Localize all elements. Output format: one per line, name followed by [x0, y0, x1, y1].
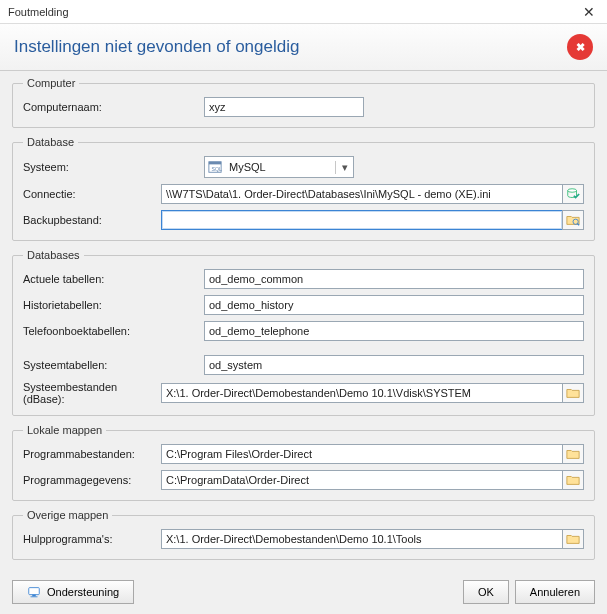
test-connection-button[interactable] [562, 184, 584, 204]
browse-hulp-button[interactable] [562, 529, 584, 549]
label-actuele: Actuele tabellen: [23, 273, 198, 285]
browse-sysbest-button[interactable] [562, 383, 584, 403]
folder-search-icon [566, 213, 580, 227]
group-database: Database Systeem: SQL MySQL ▾ Connectie: [12, 136, 595, 241]
window-close-button[interactable]: ✕ [579, 4, 599, 20]
label-computernaam: Computernaam: [23, 101, 198, 113]
group-databases: Databases Actuele tabellen: Historietabe… [12, 249, 595, 416]
select-systeem[interactable]: SQL MySQL ▾ [204, 156, 354, 178]
label-connectie: Connectie: [23, 188, 155, 200]
label-systeemtab: Systeemtabellen: [23, 359, 198, 371]
label-historie: Historietabellen: [23, 299, 198, 311]
legend-database: Database [23, 136, 78, 148]
group-computer: Computer Computernaam: [12, 77, 595, 128]
legend-lokale: Lokale mappen [23, 424, 106, 436]
titlebar: Foutmelding ✕ [0, 0, 607, 24]
label-systeem: Systeem: [23, 161, 198, 173]
folder-icon [566, 473, 580, 487]
ok-label: OK [478, 586, 494, 598]
input-backup[interactable] [161, 210, 562, 230]
ok-button[interactable]: OK [463, 580, 509, 604]
header-close-button[interactable]: ✖ [567, 34, 593, 60]
select-systeem-value: MySQL [225, 161, 335, 173]
browse-progdata-button[interactable] [562, 470, 584, 490]
support-label: Ondersteuning [47, 586, 119, 598]
label-programma: Programmabestanden: [23, 448, 155, 460]
cancel-button[interactable]: Annuleren [515, 580, 595, 604]
input-telefoon[interactable] [204, 321, 584, 341]
support-icon [27, 585, 41, 599]
svg-point-3 [568, 189, 577, 193]
input-systeemtab[interactable] [204, 355, 584, 375]
folder-icon [566, 447, 580, 461]
error-header: Instellingen niet gevonden of ongeldig ✖ [0, 24, 607, 71]
group-lokale: Lokale mappen Programmabestanden: Progra… [12, 424, 595, 501]
label-sysbest: Systeembestanden (dBase): [23, 381, 155, 405]
input-programma[interactable] [161, 444, 562, 464]
svg-rect-6 [29, 588, 40, 595]
legend-computer: Computer [23, 77, 79, 89]
content: Computer Computernaam: Database Systeem:… [0, 71, 607, 560]
legend-overige: Overige mappen [23, 509, 112, 521]
footer: Ondersteuning OK Annuleren [0, 574, 607, 614]
folder-icon [566, 532, 580, 546]
input-actuele[interactable] [204, 269, 584, 289]
label-hulp: Hulpprogramma's: [23, 533, 155, 545]
folder-icon [566, 386, 580, 400]
label-telefoon: Telefoonboektabellen: [23, 325, 198, 337]
support-button[interactable]: Ondersteuning [12, 580, 134, 604]
header-heading: Instellingen niet gevonden of ongeldig [14, 37, 299, 57]
database-check-icon [566, 187, 580, 201]
chevron-down-icon: ▾ [335, 161, 353, 174]
input-hulp[interactable] [161, 529, 562, 549]
label-progdata: Programmagegevens: [23, 474, 155, 486]
svg-rect-7 [32, 595, 36, 597]
label-backup: Backupbestand: [23, 214, 155, 226]
cancel-label: Annuleren [530, 586, 580, 598]
svg-text:SQL: SQL [212, 166, 223, 172]
group-overige: Overige mappen Hulpprogramma's: [12, 509, 595, 560]
svg-rect-8 [31, 596, 38, 597]
browse-programma-button[interactable] [562, 444, 584, 464]
input-sysbest[interactable] [161, 383, 562, 403]
browse-backup-button[interactable] [562, 210, 584, 230]
svg-rect-1 [209, 162, 221, 165]
window-title: Foutmelding [8, 6, 69, 18]
input-computernaam[interactable] [204, 97, 364, 117]
legend-databases: Databases [23, 249, 84, 261]
database-icon: SQL [205, 160, 225, 174]
input-historie[interactable] [204, 295, 584, 315]
input-progdata[interactable] [161, 470, 562, 490]
close-icon: ✖ [576, 41, 585, 54]
input-connectie[interactable] [161, 184, 562, 204]
